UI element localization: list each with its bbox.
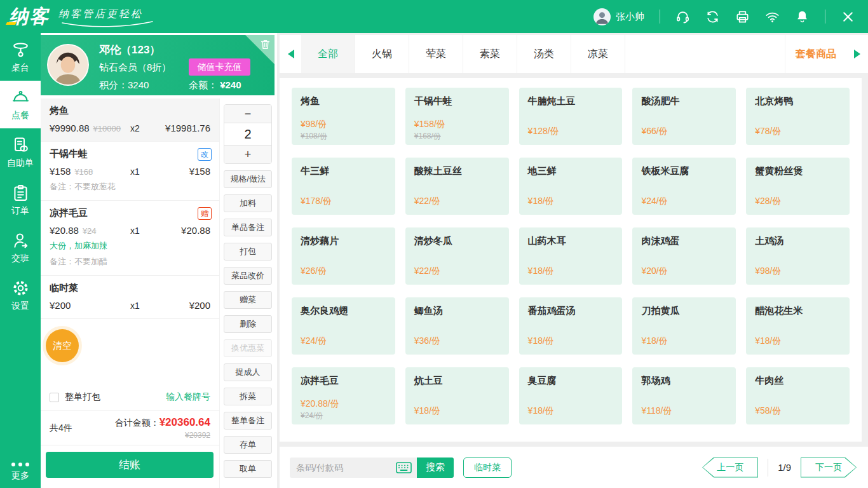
gift-badge[interactable]: 赠 [198, 207, 212, 220]
menu-item-card[interactable]: 清炒冬瓜 ¥22/份 [405, 227, 509, 285]
menu-item-card[interactable]: 牛三鲜 ¥178/份 [292, 158, 395, 215]
action-button[interactable]: 提成人 [224, 363, 272, 381]
tab-combo-products[interactable]: 套餐商品 [785, 35, 846, 73]
bell-icon[interactable] [795, 10, 810, 24]
dish-name: 臭豆腐 [528, 375, 614, 387]
menu-item-card[interactable]: 刀拍黄瓜 ¥18/份 [632, 297, 736, 355]
menu-item-card[interactable]: 酸辣土豆丝 ¥22/份 [405, 158, 509, 215]
menu-item-card[interactable]: 干锅牛蛙 ¥158/份 ¥168/份 [405, 88, 509, 145]
category-tab[interactable]: 凉菜 [571, 35, 625, 73]
next-page-button[interactable]: 下一页 [801, 458, 857, 478]
qty-minus-button[interactable]: − [224, 105, 271, 123]
menu-item-card[interactable]: 土鸡汤 ¥98/份 [746, 227, 850, 285]
top-bar-divider [660, 10, 660, 24]
dish-name: 蟹黄粉丝煲 [755, 165, 841, 177]
menu-item-card[interactable]: 山药木耳 ¥18/份 [519, 227, 623, 285]
wifi-icon[interactable] [765, 10, 780, 24]
search-button[interactable]: 搜索 [417, 458, 454, 478]
category-tab[interactable]: 汤类 [517, 35, 571, 73]
temp-dish-button[interactable]: 临时菜 [463, 458, 512, 478]
current-user[interactable]: 张小帅 [593, 8, 644, 25]
dish-name: 山药木耳 [528, 235, 614, 247]
tabs-scroll-left-icon[interactable] [280, 35, 301, 73]
menu-item-card[interactable]: 肉沫鸡蛋 ¥20/份 [632, 227, 736, 285]
dish-price: ¥58/份 [755, 405, 841, 417]
action-button[interactable]: 赠菜 [224, 291, 272, 309]
dish-price: ¥118/份 [641, 405, 727, 417]
keyboard-icon[interactable] [396, 462, 412, 473]
qty-plus-button[interactable]: + [224, 146, 271, 163]
order-item[interactable]: 凉拌毛豆 赠 ¥20.88¥24 x1 ¥20.88 大份，加麻加辣 备注：不要… [41, 201, 219, 276]
action-button[interactable]: 拆菜 [224, 388, 272, 405]
checkout-button[interactable]: 结账 [46, 452, 214, 478]
enter-table-number-link[interactable]: 输入餐牌号 [166, 391, 210, 403]
sidebar-item-self-order[interactable]: 自助单 [0, 128, 41, 176]
action-button[interactable]: 菜品改价 [224, 267, 272, 285]
menu-item-card[interactable]: 烤鱼 ¥98/份 ¥108/份 [292, 88, 395, 145]
action-button[interactable]: 打包 [224, 243, 272, 261]
order-item-total: ¥20.88 [161, 225, 210, 236]
dish-name: 醋泡花生米 [755, 305, 841, 317]
tabs-scroll-right-icon[interactable] [846, 35, 868, 73]
menu-item-card[interactable]: 牛腩炖土豆 ¥128/份 [519, 88, 623, 145]
dish-name: 酸辣土豆丝 [414, 165, 500, 177]
printer-icon[interactable] [735, 10, 750, 24]
order-item-original-price: ¥10000 [93, 124, 121, 133]
action-button[interactable]: 取单 [224, 460, 272, 478]
action-button[interactable]: 删除 [224, 315, 272, 333]
menu-item-card[interactable]: 凉拌毛豆 ¥20.88/份 ¥24/份 [292, 367, 395, 424]
menu-item-card[interactable]: 奥尔良鸡翅 ¥24/份 [292, 297, 395, 355]
order-item-original-price: ¥168 [74, 167, 93, 177]
dish-price: ¥18/份 [528, 336, 614, 347]
sidebar-item-orders[interactable]: 订单 [0, 176, 41, 224]
menu-item-card[interactable]: 番茄鸡蛋汤 ¥18/份 [519, 297, 623, 355]
sync-icon[interactable] [705, 10, 720, 24]
menu-item-card[interactable]: 地三鲜 ¥18/份 [519, 158, 623, 215]
sidebar-item-settings[interactable]: 设置 [0, 271, 41, 319]
order-item-name: 干锅牛蛙 [50, 148, 210, 160]
category-tab[interactable]: 全部 [301, 35, 355, 73]
close-icon[interactable] [841, 10, 855, 24]
action-button[interactable]: 存单 [224, 436, 272, 454]
order-item-price: ¥9990.88 [50, 123, 90, 133]
menu-item-card[interactable]: 鲫鱼汤 ¥36/份 [405, 297, 509, 355]
dish-price: ¥178/份 [301, 196, 386, 207]
action-button[interactable]: 单品备注 [224, 219, 272, 236]
dish-name: 奥尔良鸡翅 [301, 305, 386, 317]
menu-item-card[interactable]: 北京烤鸭 ¥78/份 [746, 88, 850, 145]
menu-item-card[interactable]: 牛肉丝 ¥58/份 [746, 367, 850, 424]
menu-item-card[interactable]: 酸汤肥牛 ¥66/份 [632, 88, 736, 145]
order-item-original-price: ¥24 [83, 226, 97, 236]
remove-member-icon[interactable] [259, 38, 271, 50]
gear-icon [11, 279, 30, 297]
dish-price: ¥158/份 [414, 119, 500, 130]
category-tab[interactable]: 火锅 [355, 35, 409, 73]
prev-page-button[interactable]: 上一页 [702, 458, 758, 478]
sidebar-item-order-food[interactable]: 点餐 [0, 81, 41, 128]
category-tab[interactable]: 素菜 [463, 35, 517, 73]
menu-item-card[interactable]: 炕土豆 ¥18/份 [405, 367, 509, 424]
order-item[interactable]: 临时菜 ¥200 x1 ¥200 [41, 276, 219, 319]
clear-order-button[interactable]: 清空 [46, 329, 79, 362]
menu-item-card[interactable]: 臭豆腐 ¥18/份 [519, 367, 623, 424]
sidebar-item-more[interactable]: 更多 [0, 463, 41, 482]
menu-item-card[interactable]: 郭场鸡 ¥118/份 [632, 367, 736, 424]
menu-item-card[interactable]: 清炒藕片 ¥26/份 [292, 227, 395, 285]
menu-item-card[interactable]: 醋泡花生米 ¥18/份 [746, 297, 850, 355]
support-icon[interactable] [675, 10, 690, 24]
action-button[interactable]: 规格/做法 [224, 170, 272, 188]
recharge-button[interactable]: 储值卡充值 [189, 58, 250, 76]
modified-badge[interactable]: 改 [198, 148, 212, 161]
action-button[interactable]: 换优惠菜 [224, 339, 272, 357]
order-item[interactable]: 烤鱼 ¥9990.88¥10000 x2 ¥19981.76 [41, 98, 219, 142]
order-item-qty: x2 [130, 123, 161, 133]
sidebar-item-tables[interactable]: 桌台 [0, 33, 41, 81]
sidebar-item-shift-change[interactable]: 交班 [0, 224, 41, 271]
order-item[interactable]: 干锅牛蛙 改 ¥158¥168 x1 ¥158 备注：不要放葱花 [41, 142, 219, 201]
action-button[interactable]: 整单备注 [224, 412, 272, 430]
menu-item-card[interactable]: 铁板米豆腐 ¥24/份 [632, 158, 736, 215]
menu-item-card[interactable]: 蟹黄粉丝煲 ¥28/份 [746, 158, 850, 215]
action-button[interactable]: 加料 [224, 194, 272, 212]
pack-whole-order-checkbox[interactable] [50, 393, 59, 402]
category-tab[interactable]: 荤菜 [409, 35, 463, 73]
